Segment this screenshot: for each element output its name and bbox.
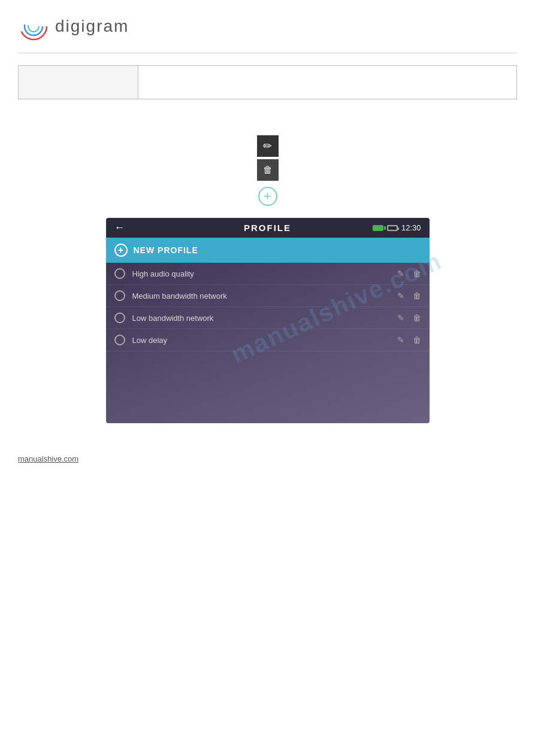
footer-link[interactable]: manualshive.com [18,454,78,463]
new-profile-label: NEW PROFILE [134,245,198,255]
list-item: Low delay ✎ 🗑 [106,329,430,351]
profile-actions-2: ✎ 🗑 [397,313,421,323]
profile-name-3: Low delay [132,336,390,345]
profile-radio-2[interactable] [114,312,125,323]
status-bar-right: 12:30 [373,223,421,232]
logo: digigram [18,11,129,42]
profile-edit-button-0[interactable]: ✎ [397,269,404,278]
profile-radio-0[interactable] [114,268,125,279]
new-profile-plus-icon: + [114,244,128,257]
battery-outline-icon [387,225,398,231]
list-item: High audio quality ✎ 🗑 [106,263,430,285]
digigram-logo-icon [18,11,49,42]
new-profile-row[interactable]: + NEW PROFILE [106,238,430,263]
profile-delete-button-3[interactable]: 🗑 [413,335,421,345]
profile-list: + NEW PROFILE High audio quality ✎ 🗑 Med… [106,238,430,423]
profile-delete-button-1[interactable]: 🗑 [413,291,421,300]
edit-button[interactable] [257,135,279,157]
profile-edit-button-2[interactable]: ✎ [397,313,404,323]
icons-section: + [18,117,517,218]
time-display: 12:30 [401,223,421,232]
profile-name-1: Medium bandwidth network [132,292,390,300]
add-button[interactable]: + [258,187,277,206]
profile-edit-button-3[interactable]: ✎ [397,335,404,345]
profile-radio-3[interactable] [114,335,125,345]
svg-point-2 [28,21,39,32]
plus-icon: + [264,189,271,204]
screen-title: PROFILE [244,223,291,233]
profile-edit-button-1[interactable]: ✎ [397,291,404,300]
battery-green-icon [373,225,383,231]
profile-actions-3: ✎ 🗑 [397,335,421,345]
profile-radio-1[interactable] [114,290,125,301]
status-bar-left: ← [114,221,125,234]
status-bar: ← PROFILE 12:30 [106,218,430,238]
profile-name-2: Low bandwidth network [132,314,390,323]
device-screen: ← PROFILE 12:30 + NEW PROFILE High audio… [106,218,430,423]
header: digigram [0,0,535,53]
main-content: + ← PROFILE 12:30 + NEW PROFILE [0,53,535,435]
brand-name: digigram [55,17,129,36]
profile-name-0: High audio quality [132,269,390,278]
list-item: Medium bandwidth network ✎ 🗑 [106,285,430,307]
table-left-cell [19,66,138,99]
back-button[interactable]: ← [114,221,125,234]
profile-actions-1: ✎ 🗑 [397,291,421,300]
table-section [18,65,517,99]
footer: manualshive.com [0,441,535,476]
list-item: Low bandwidth network ✎ 🗑 [106,307,430,329]
delete-button[interactable] [257,159,279,181]
profile-delete-button-2[interactable]: 🗑 [413,313,421,323]
svg-point-1 [25,17,43,35]
profile-actions-0: ✎ 🗑 [397,269,421,278]
profile-delete-button-0[interactable]: 🗑 [413,269,421,278]
table-right-cell [138,66,516,99]
